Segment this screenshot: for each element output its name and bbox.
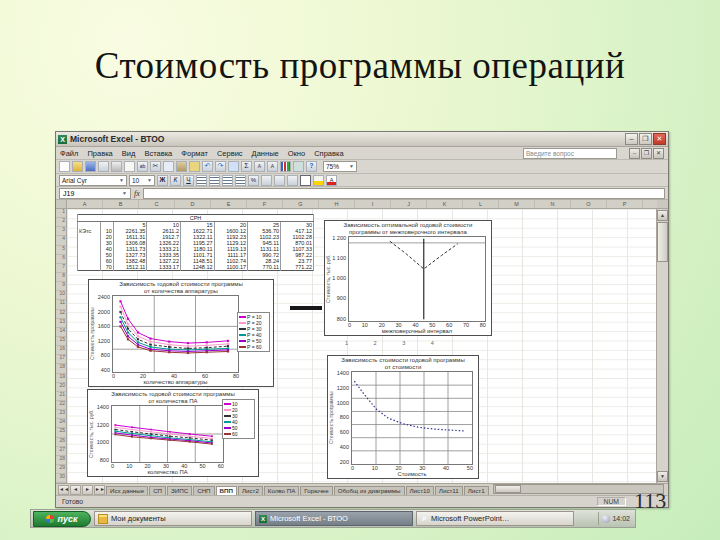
bold-icon[interactable] bbox=[157, 175, 168, 186]
menu-Данные[interactable]: Данные bbox=[252, 149, 279, 158]
column-header-K[interactable]: K bbox=[427, 200, 463, 208]
scroll-down-icon[interactable]: ▼ bbox=[657, 471, 668, 482]
fill-color-icon[interactable] bbox=[313, 175, 324, 186]
restore-button[interactable]: ❐ bbox=[639, 133, 652, 145]
redo-icon[interactable] bbox=[215, 161, 226, 172]
taskbar-task-excel[interactable]: XMicrosoft Excel - ВТОО bbox=[255, 511, 413, 526]
column-header-G[interactable]: G bbox=[283, 200, 319, 208]
cut-icon[interactable] bbox=[150, 161, 161, 172]
select-all-corner[interactable] bbox=[56, 200, 67, 208]
paste-icon[interactable] bbox=[176, 161, 187, 172]
increase-decimal-icon[interactable] bbox=[274, 175, 285, 186]
print-preview-icon[interactable] bbox=[124, 161, 135, 172]
vertical-scroll-thumb[interactable] bbox=[657, 222, 668, 262]
column-header-O[interactable]: O bbox=[571, 200, 607, 208]
chart-wizard-icon[interactable] bbox=[280, 161, 291, 172]
prev-sheet-icon[interactable]: ◄ bbox=[70, 485, 81, 495]
column-header-I[interactable]: I bbox=[355, 200, 391, 208]
sort-asc-icon[interactable] bbox=[254, 161, 265, 172]
copy-icon[interactable] bbox=[163, 161, 174, 172]
column-header-A[interactable]: A bbox=[67, 200, 103, 208]
book-close-button[interactable]: ✕ bbox=[653, 148, 664, 159]
first-sheet-icon[interactable]: ◄◄ bbox=[58, 485, 69, 495]
italic-icon[interactable] bbox=[170, 175, 181, 186]
column-header-N[interactable]: N bbox=[535, 200, 571, 208]
autosum-icon[interactable] bbox=[241, 161, 252, 172]
cells-grid[interactable]: СРН51015202530КЭтс102261.352611.21622.71… bbox=[67, 209, 656, 483]
next-sheet-icon[interactable]: ► bbox=[82, 485, 93, 495]
book-minimize-button[interactable]: – bbox=[629, 148, 640, 159]
taskbar-task-powerpoint[interactable]: PMicrosoft PowerPoint… bbox=[416, 511, 574, 526]
font-name-combobox[interactable]: Arial Cyr▼ bbox=[59, 175, 127, 186]
align-left-icon[interactable] bbox=[196, 175, 207, 186]
column-header-E[interactable]: E bbox=[211, 200, 247, 208]
print-icon[interactable] bbox=[111, 161, 122, 172]
formula-input[interactable] bbox=[143, 188, 665, 199]
column-header-F[interactable]: F bbox=[247, 200, 283, 208]
align-center-icon[interactable] bbox=[209, 175, 220, 186]
menu-Справка[interactable]: Справка bbox=[314, 149, 343, 158]
format-painter-icon[interactable] bbox=[189, 161, 200, 172]
horizontal-scroll-thumb[interactable] bbox=[495, 485, 521, 493]
align-right-icon[interactable] bbox=[222, 175, 233, 186]
spelling-icon[interactable] bbox=[137, 161, 148, 172]
row-header-30[interactable]: 30 bbox=[56, 474, 66, 483]
table-cell[interactable]: 1100.17 bbox=[214, 264, 248, 271]
chart-optimal-interval[interactable]: Зависимость оптимальной годовой стоимост… bbox=[324, 220, 492, 336]
column-header-L[interactable]: L bbox=[463, 200, 499, 208]
taskbar-task-folder[interactable]: Мои документы bbox=[94, 511, 252, 526]
chart-cost-vs-equipment[interactable]: Зависимость годовой стоимости программыо… bbox=[88, 279, 274, 387]
start-button[interactable]: пуск bbox=[33, 511, 91, 527]
table-cell[interactable]: 1333.17 bbox=[147, 264, 181, 271]
menu-Файл[interactable]: Файл bbox=[60, 149, 78, 158]
sheet-tab-ВПП[interactable]: ВПП bbox=[216, 486, 237, 495]
hyperlink-icon[interactable] bbox=[228, 161, 239, 172]
last-sheet-icon[interactable]: ►► bbox=[94, 485, 105, 495]
menu-Правка[interactable]: Правка bbox=[87, 149, 112, 158]
table-cell[interactable]: 70 bbox=[100, 264, 113, 271]
column-header-P[interactable]: P bbox=[607, 200, 643, 208]
drawing-icon[interactable] bbox=[293, 161, 304, 172]
sheet-tab-Лист10[interactable]: Лист10 bbox=[406, 486, 434, 495]
sheet-tab-Горючее[interactable]: Горючее bbox=[300, 486, 332, 495]
undo-icon[interactable] bbox=[202, 161, 213, 172]
underline-icon[interactable] bbox=[183, 175, 194, 186]
chart-cost-vs-pa-count[interactable]: Зависимость годовой стоимости программыо… bbox=[87, 389, 259, 477]
help-icon[interactable] bbox=[306, 161, 317, 172]
sheet-tab-Лист2[interactable]: Лист2 bbox=[238, 486, 263, 495]
table-cell[interactable]: 1248.12 bbox=[180, 264, 214, 271]
sheet-tab-Обобщ из диаграммы[interactable]: Обобщ из диаграммы bbox=[334, 486, 405, 495]
table-cell[interactable]: 771.22 bbox=[281, 264, 314, 271]
column-header-J[interactable]: J bbox=[391, 200, 427, 208]
menu-Вид[interactable]: Вид bbox=[122, 149, 136, 158]
column-header-M[interactable]: M bbox=[499, 200, 535, 208]
save-icon[interactable] bbox=[85, 161, 96, 172]
font-color-icon[interactable] bbox=[326, 175, 337, 186]
scroll-up-icon[interactable]: ▲ bbox=[657, 210, 668, 221]
sheet-tab-Колво ПА[interactable]: Колво ПА bbox=[264, 486, 299, 495]
minimize-button[interactable]: – bbox=[625, 133, 638, 145]
question-box[interactable]: Введите вопрос bbox=[523, 148, 617, 159]
sheet-tab-Лист1[interactable]: Лист1 bbox=[464, 486, 489, 495]
open-icon[interactable] bbox=[72, 161, 83, 172]
sort-desc-icon[interactable] bbox=[267, 161, 278, 172]
sheet-tab-СП[interactable]: СП bbox=[149, 486, 166, 495]
sheet-tab-Исх данные[interactable]: Исх данные bbox=[106, 486, 148, 495]
menu-Сервис[interactable]: Сервис bbox=[217, 149, 243, 158]
borders-icon[interactable] bbox=[300, 175, 311, 186]
insert-function-icon[interactable]: fx bbox=[134, 189, 140, 198]
close-button[interactable]: ✕ bbox=[653, 133, 666, 145]
name-box[interactable]: J19▼ bbox=[59, 188, 131, 199]
comma-icon[interactable] bbox=[261, 175, 272, 186]
menu-Окно[interactable]: Окно bbox=[288, 149, 305, 158]
data-table[interactable]: СРН51015202530КЭтс102261.352611.21622.71… bbox=[77, 214, 314, 271]
table-cell[interactable]: 1512.11 bbox=[113, 264, 147, 271]
new-icon[interactable] bbox=[59, 161, 70, 172]
column-header-B[interactable]: B bbox=[103, 200, 139, 208]
merge-center-icon[interactable] bbox=[235, 175, 246, 186]
vertical-scrollbar[interactable]: ▲ ▼ bbox=[656, 209, 668, 483]
percent-icon[interactable] bbox=[248, 175, 259, 186]
title-bar[interactable]: X Microsoft Excel - ВТОО – ❐ ✕ bbox=[56, 132, 668, 147]
menu-Вставка[interactable]: Вставка bbox=[144, 149, 172, 158]
table-cell[interactable]: 770.11 bbox=[248, 264, 281, 271]
